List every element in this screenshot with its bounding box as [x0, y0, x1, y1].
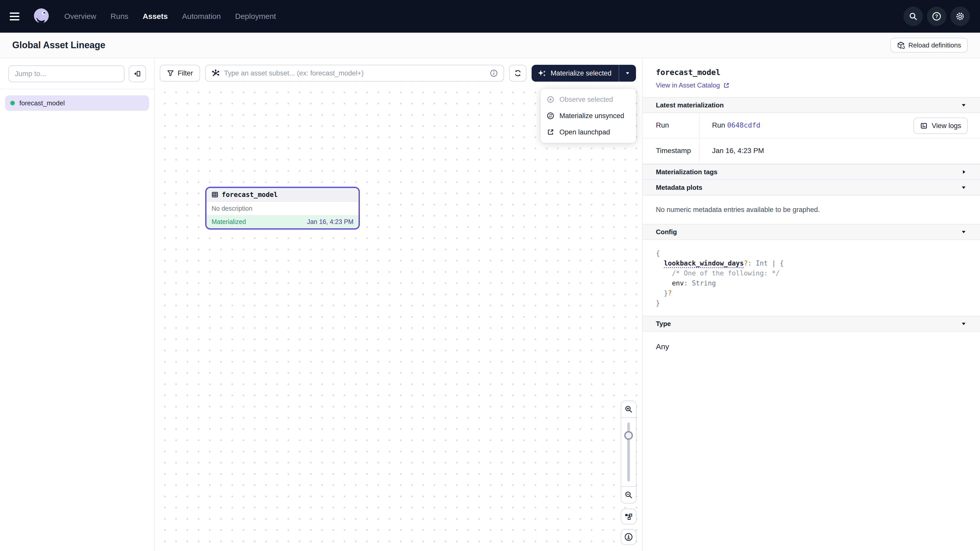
timestamp-row: Timestamp Jan 16, 4:23 PM — [643, 138, 980, 164]
asset-subset-search — [205, 65, 504, 82]
materialize-selected-label: Materialize selected — [550, 69, 611, 77]
zoom-slider[interactable] — [621, 418, 636, 486]
reload-definitions-label: Reload definitions — [908, 41, 961, 49]
materialize-dropdown-toggle[interactable] — [619, 65, 636, 82]
lineage-sidebar: forecast_model — [0, 58, 155, 551]
filter-funnel-icon — [167, 70, 174, 77]
reload-definitions-button[interactable]: Reload definitions — [891, 38, 968, 52]
filter-label: Filter — [178, 69, 193, 77]
type-value: Any — [643, 332, 980, 362]
caret-down-icon — [961, 184, 967, 191]
config-token: : Int | { — [748, 259, 784, 267]
timestamp-row-value: Jan 16, 4:23 PM — [700, 138, 980, 164]
config-comment: /* One of the following: */ — [672, 269, 780, 277]
asset-subset-input[interactable] — [224, 69, 486, 77]
page-header: Global Asset Lineage Reload definitions — [0, 33, 980, 58]
config-env-key: env — [672, 279, 684, 287]
asset-list-item-forecast-model[interactable]: forecast_model — [5, 95, 149, 111]
sparkle-icon — [538, 69, 546, 77]
caret-down-icon — [961, 321, 967, 327]
info-icon[interactable] — [490, 69, 498, 77]
main-content: forecast_model Filter — [0, 58, 980, 551]
nav-item-automation[interactable]: Automation — [182, 12, 221, 21]
help-button[interactable]: ? — [927, 6, 946, 26]
asset-list-item-label: forecast_model — [19, 99, 65, 107]
zoom-out-button[interactable] — [621, 486, 636, 503]
asset-node-forecast-model[interactable]: forecast_model No description Materializ… — [205, 187, 360, 230]
view-logs-button[interactable]: View logs — [913, 118, 968, 134]
external-link-icon — [547, 128, 554, 136]
sync-circle-icon — [547, 112, 554, 120]
caret-down-icon — [961, 229, 967, 235]
primary-nav: Overview Runs Assets Automation Deployme… — [64, 12, 276, 21]
menu-item-open-launchpad[interactable]: Open launchpad — [541, 124, 636, 140]
materialized-status-label: Materialized — [212, 218, 246, 225]
run-row: Run Run 0648cdfd View logs — [643, 113, 980, 138]
rearrange-layout-button[interactable] — [620, 509, 636, 524]
top-nav-actions: ? — [904, 6, 970, 26]
jump-to-input[interactable] — [8, 65, 124, 82]
menu-item-label: Materialize unsynced — [559, 112, 624, 120]
zoom-controls — [620, 400, 636, 503]
config-key[interactable]: lookback_window_days — [664, 259, 744, 268]
asset-node-description: No description — [207, 202, 359, 215]
filter-button[interactable]: Filter — [160, 65, 200, 82]
run-row-label: Run — [643, 113, 700, 138]
caret-down-icon — [961, 102, 967, 108]
nav-item-overview[interactable]: Overview — [64, 12, 96, 21]
lineage-canvas[interactable]: Filter — [155, 58, 642, 551]
refresh-button[interactable] — [509, 65, 527, 82]
config-token: ? — [668, 289, 672, 297]
dagster-logo[interactable] — [32, 6, 51, 26]
nav-item-deployment[interactable]: Deployment — [235, 12, 276, 21]
asset-selection-icon — [211, 69, 220, 78]
menu-item-materialize-unsynced[interactable]: Materialize unsynced — [541, 108, 636, 124]
dot-grid-background — [155, 82, 642, 551]
nav-item-runs[interactable]: Runs — [110, 12, 128, 21]
section-label: Metadata plots — [656, 184, 702, 192]
gear-icon — [956, 12, 965, 21]
section-metadata-plots[interactable]: Metadata plots — [643, 180, 980, 196]
menu-item-label: Observe selected — [559, 96, 613, 103]
hamburger-menu-icon[interactable] — [8, 8, 24, 24]
zoom-out-icon — [625, 491, 633, 499]
config-token: ? — [744, 259, 748, 267]
materialized-status-dot — [10, 101, 15, 105]
section-materialization-tags[interactable]: Materialization tags — [643, 164, 980, 180]
run-id-link[interactable]: 0648cdfd — [727, 121, 760, 129]
log-icon — [920, 122, 928, 130]
svg-text:?: ? — [935, 14, 938, 19]
materialization-timestamp: Jan 16, 4:23 PM — [307, 218, 353, 225]
graph-layout-icon — [625, 513, 633, 521]
settings-button[interactable] — [950, 6, 970, 26]
asset-details-panel: forecast_model View in Asset Catalog Lat… — [642, 58, 980, 551]
menu-item-observe-selected[interactable]: Observe selected — [541, 91, 636, 108]
zoom-slider-thumb[interactable] — [624, 431, 633, 440]
config-token: } — [664, 289, 668, 297]
config-schema-code: { lookback_window_days?: Int | { /* One … — [643, 240, 980, 316]
view-logs-label: View logs — [932, 122, 961, 130]
asset-node-name: forecast_model — [222, 191, 278, 198]
search-icon — [909, 12, 918, 21]
download-image-button[interactable] — [620, 529, 636, 545]
materialize-selected-button[interactable]: Materialize selected — [531, 65, 619, 82]
catalog-link-label: View in Asset Catalog — [656, 81, 720, 89]
nav-item-assets[interactable]: Assets — [143, 12, 168, 21]
table-icon — [212, 191, 218, 198]
section-label: Type — [656, 320, 671, 328]
chevron-down-icon — [625, 70, 630, 76]
collapse-panel-button[interactable] — [129, 65, 146, 82]
section-config[interactable]: Config — [643, 224, 980, 240]
config-token: { — [656, 249, 660, 257]
run-prefix: Run — [712, 121, 725, 129]
section-label: Latest materialization — [656, 101, 724, 109]
view-in-asset-catalog-link[interactable]: View in Asset Catalog — [656, 81, 730, 89]
search-button[interactable] — [904, 6, 923, 26]
section-type[interactable]: Type — [643, 316, 980, 332]
page-title: Global Asset Lineage — [12, 40, 105, 51]
top-nav-bar: Overview Runs Assets Automation Deployme… — [0, 0, 980, 33]
section-label: Config — [656, 228, 677, 236]
zoom-in-button[interactable] — [621, 401, 636, 418]
run-row-value: Run 0648cdfd View logs — [700, 113, 980, 138]
section-latest-materialization[interactable]: Latest materialization — [643, 97, 980, 113]
